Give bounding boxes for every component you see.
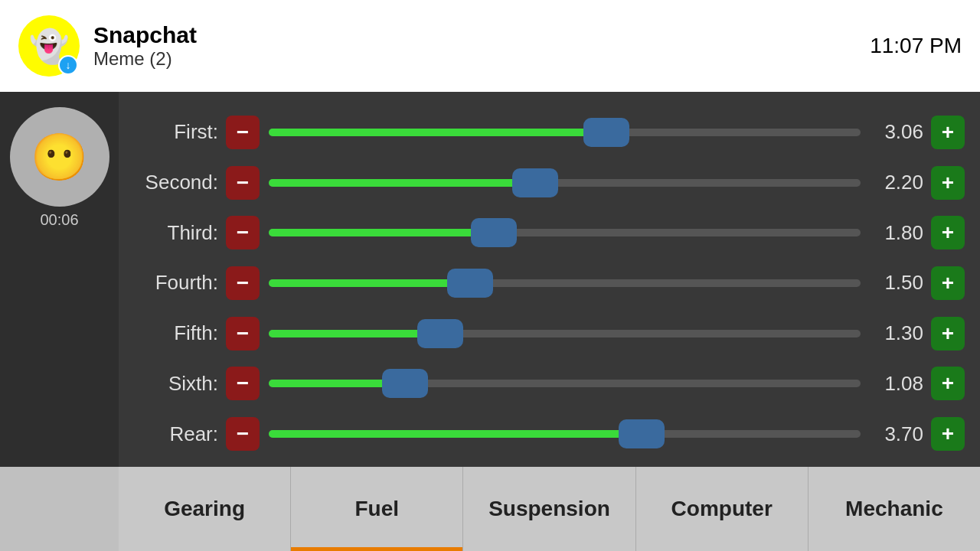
slider-label-fourth: Fourth: bbox=[134, 271, 226, 295]
slider-value-3: 1.50 bbox=[870, 271, 931, 295]
slider-row: Third:−1.80+ bbox=[134, 210, 965, 256]
app-name: Snapchat bbox=[93, 22, 870, 48]
slider-label-sixth: Sixth: bbox=[134, 372, 226, 396]
plus-button-1[interactable]: + bbox=[931, 166, 965, 200]
main-content: First:−3.06+Second:−2.20+Third:−1.80+Fou… bbox=[119, 92, 980, 467]
tab-gearing[interactable]: Gearing bbox=[119, 467, 291, 551]
badge-icon: ↓ bbox=[66, 59, 71, 71]
avatar-face: 😶 bbox=[31, 130, 88, 184]
tab-mechanic[interactable]: Mechanic bbox=[808, 467, 980, 551]
slider-value-6: 3.70 bbox=[870, 422, 931, 446]
tab-bar: GearingFuelSuspensionComputerMechanic bbox=[0, 467, 980, 551]
notification-bar: 👻 ↓ Snapchat Meme (2) 11:07 PM bbox=[0, 0, 980, 92]
slider-fill-0 bbox=[269, 129, 606, 136]
slider-thumb-4[interactable] bbox=[417, 319, 463, 348]
minus-button-4[interactable]: − bbox=[226, 317, 260, 350]
tab-suspension[interactable]: Suspension bbox=[463, 467, 635, 551]
slider-fill-4 bbox=[269, 330, 440, 337]
avatar: 😶 bbox=[10, 107, 109, 207]
minus-button-0[interactable]: − bbox=[226, 116, 260, 149]
slider-thumb-6[interactable] bbox=[619, 419, 665, 448]
plus-button-6[interactable]: + bbox=[931, 417, 965, 451]
slider-fill-6 bbox=[269, 430, 642, 438]
plus-button-3[interactable]: + bbox=[931, 266, 965, 300]
slider-fill-1 bbox=[269, 179, 535, 187]
slider-row: First:−3.06+ bbox=[134, 109, 965, 155]
slider-value-2: 1.80 bbox=[870, 221, 931, 245]
slider-fill-3 bbox=[269, 279, 470, 287]
slider-row: Fourth:−1.50+ bbox=[134, 260, 965, 306]
plus-button-4[interactable]: + bbox=[931, 317, 965, 350]
slider-track-wrap-3[interactable] bbox=[269, 276, 861, 291]
tab-computer[interactable]: Computer bbox=[636, 467, 808, 551]
minus-button-1[interactable]: − bbox=[226, 166, 260, 200]
slider-thumb-5[interactable] bbox=[382, 369, 428, 398]
slider-label-rear: Rear: bbox=[134, 422, 226, 446]
slider-track-wrap-4[interactable] bbox=[269, 326, 861, 341]
minus-button-2[interactable]: − bbox=[226, 216, 260, 249]
slider-track-wrap-0[interactable] bbox=[269, 125, 861, 140]
slider-thumb-2[interactable] bbox=[471, 218, 517, 247]
slider-label-second: Second: bbox=[134, 171, 226, 194]
slider-row: Second:−2.20+ bbox=[134, 160, 965, 206]
slider-thumb-0[interactable] bbox=[583, 118, 629, 147]
slider-value-1: 2.20 bbox=[870, 171, 931, 194]
slider-value-0: 3.06 bbox=[870, 120, 931, 144]
slider-track-wrap-1[interactable] bbox=[269, 175, 861, 191]
avatar-area: 😶 00:06 bbox=[0, 92, 119, 459]
minus-button-6[interactable]: − bbox=[226, 417, 260, 451]
notification-text: Snapchat Meme (2) bbox=[93, 22, 870, 70]
slider-track-wrap-2[interactable] bbox=[269, 225, 861, 240]
slider-row: Rear:−3.70+ bbox=[134, 411, 965, 457]
slider-row: Fifth:−1.30+ bbox=[134, 311, 965, 357]
slider-thumb-3[interactable] bbox=[447, 269, 493, 298]
slider-row: Sixth:−1.08+ bbox=[134, 360, 965, 406]
tab-fuel[interactable]: Fuel bbox=[291, 467, 463, 551]
snapchat-icon-wrap: 👻 ↓ bbox=[18, 15, 80, 77]
slider-value-4: 1.30 bbox=[870, 321, 931, 345]
slider-track-wrap-6[interactable] bbox=[269, 426, 861, 442]
plus-button-2[interactable]: + bbox=[931, 216, 965, 249]
notification-subtitle: Meme (2) bbox=[93, 48, 870, 70]
slider-label-fifth: Fifth: bbox=[134, 321, 226, 345]
plus-button-0[interactable]: + bbox=[931, 116, 965, 149]
avatar-timer: 00:06 bbox=[40, 211, 78, 229]
slider-fill-2 bbox=[269, 229, 494, 236]
plus-button-5[interactable]: + bbox=[931, 367, 965, 400]
minus-button-3[interactable]: − bbox=[226, 266, 260, 300]
slider-label-third: Third: bbox=[134, 221, 226, 245]
slider-label-first: First: bbox=[134, 120, 226, 144]
slider-thumb-1[interactable] bbox=[512, 168, 558, 197]
slider-value-5: 1.08 bbox=[870, 372, 931, 396]
slider-track-wrap-5[interactable] bbox=[269, 376, 861, 391]
notification-badge: ↓ bbox=[58, 55, 78, 75]
minus-button-5[interactable]: − bbox=[226, 367, 260, 400]
notification-time: 11:07 PM bbox=[870, 34, 962, 58]
